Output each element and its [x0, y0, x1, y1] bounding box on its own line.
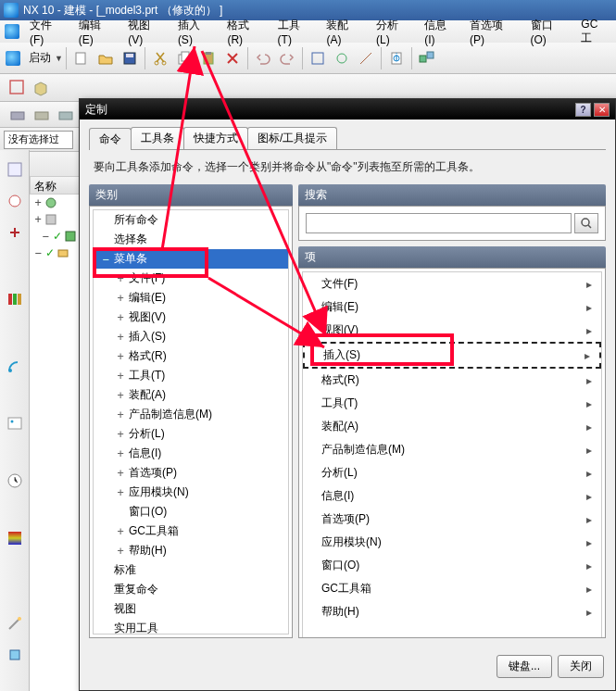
category-item[interactable]: +首选项(P) [94, 463, 288, 483]
menu-view[interactable]: 视图(V) [122, 16, 170, 48]
menu-format[interactable]: 格式(R) [221, 16, 270, 48]
category-item[interactable]: 选择条 [94, 230, 288, 249]
category-item[interactable]: 重复命令 [94, 580, 288, 599]
category-item[interactable]: −菜单条 [94, 249, 288, 269]
list-item[interactable]: 视图(V)▸ [303, 319, 601, 342]
category-item[interactable]: 实用工具 [94, 619, 288, 634]
tree-row[interactable]: + [30, 211, 85, 228]
category-item[interactable]: 标准 [94, 560, 288, 580]
list-item[interactable]: 插入(S)▸ [303, 342, 601, 369]
app-menu-icon[interactable] [5, 24, 19, 39]
tree-row[interactable]: −✓ [30, 245, 85, 261]
tree-row[interactable]: + [30, 195, 85, 211]
category-item[interactable]: +应用模块(N) [94, 483, 288, 502]
category-item[interactable]: 窗口(O) [94, 502, 288, 521]
category-list[interactable]: 所有命令选择条−菜单条+文件(F)+编辑(E)+视图(V)+插入(S)+格式(R… [93, 209, 289, 634]
box-icon[interactable] [31, 78, 52, 98]
part-navigator: 名称 + + −✓ −✓ [30, 176, 85, 691]
svg-rect-18 [35, 112, 48, 119]
nav-icon[interactable] [3, 157, 27, 182]
list-item[interactable]: 信息(I)▸ [303, 484, 601, 508]
category-item[interactable]: 所有命令 [94, 210, 288, 230]
list-item[interactable]: 格式(R)▸ [303, 369, 601, 392]
item-list[interactable]: 文件(F)▸编辑(E)▸视图(V)▸插入(S)▸格式(R)▸工具(T)▸装配(A… [302, 271, 602, 638]
category-item[interactable]: 视图 [94, 599, 288, 619]
undo-icon[interactable] [253, 48, 273, 69]
menu-file[interactable]: 文件(F) [24, 16, 71, 48]
menu-tools[interactable]: 工具(T) [272, 16, 320, 48]
menu-prefs[interactable]: 首选项(P) [464, 16, 522, 48]
list-item[interactable]: 窗口(O)▸ [303, 554, 601, 577]
clock-icon[interactable] [3, 469, 27, 493]
v2-icon[interactable] [31, 105, 52, 125]
paste-icon[interactable] [198, 48, 219, 69]
selection-filter[interactable]: 没有选择过滤 [4, 131, 73, 149]
list-item[interactable]: 装配(A)▸ [303, 415, 601, 438]
start-button[interactable]: 启动 [25, 50, 55, 66]
list-item[interactable]: 产品制造信息(M)▸ [303, 438, 601, 461]
list-item[interactable]: 工具(T)▸ [303, 392, 601, 415]
category-item[interactable]: +帮助(H) [94, 541, 288, 560]
books-icon[interactable] [3, 287, 27, 311]
v3-icon[interactable] [56, 105, 76, 125]
list-item[interactable]: 文件(F)▸ [303, 272, 601, 295]
image-icon[interactable] [3, 411, 27, 435]
redo-icon[interactable] [277, 48, 297, 69]
info-icon[interactable]: i [386, 48, 407, 69]
cut-icon[interactable] [150, 48, 170, 69]
search-input[interactable] [306, 213, 572, 233]
tool-c-icon[interactable] [356, 48, 376, 69]
list-item[interactable]: 首选项(P)▸ [303, 508, 601, 531]
tab-toolbars[interactable]: 工具条 [131, 127, 184, 149]
tool-a-icon[interactable] [308, 48, 328, 69]
menu-assembly[interactable]: 装配(A) [321, 16, 369, 48]
category-item[interactable]: +格式(R) [94, 346, 288, 366]
history-icon[interactable] [3, 189, 27, 213]
category-item[interactable]: +GC工具箱 [94, 521, 288, 541]
cast-icon[interactable] [3, 354, 27, 378]
delete-icon[interactable] [222, 48, 243, 69]
menu-info[interactable]: 信息(I) [419, 16, 462, 48]
category-item[interactable]: +插入(S) [94, 327, 288, 346]
tab-shortcuts[interactable]: 快捷方式 [183, 127, 248, 149]
assembly-icon[interactable] [417, 48, 437, 69]
save-icon[interactable] [119, 48, 140, 69]
menu-insert[interactable]: 插入(S) [172, 16, 220, 48]
sketch-icon[interactable] [7, 78, 28, 98]
category-item[interactable]: +工具(T) [94, 366, 288, 385]
gradient-icon[interactable] [3, 526, 27, 550]
block-icon[interactable] [3, 643, 27, 667]
search-button[interactable] [574, 213, 598, 233]
keyboard-button[interactable]: 键盘... [497, 655, 552, 678]
wand-icon[interactable] [3, 611, 27, 635]
category-item[interactable]: +分析(L) [94, 424, 288, 444]
tree-row[interactable]: −✓ [30, 228, 85, 245]
category-item[interactable]: +视图(V) [94, 308, 288, 327]
list-item[interactable]: GC工具箱▸ [303, 577, 601, 600]
close-button[interactable]: 关闭 [558, 655, 604, 678]
category-item[interactable]: +装配(A) [94, 385, 288, 405]
tool-b-icon[interactable] [332, 48, 352, 69]
constraint-icon[interactable] [3, 220, 27, 245]
menu-edit[interactable]: 编辑(E) [73, 16, 121, 48]
category-item[interactable]: +编辑(E) [94, 288, 288, 308]
list-item[interactable]: 应用模块(N)▸ [303, 531, 601, 554]
list-item[interactable]: 分析(L)▸ [303, 461, 601, 484]
list-item[interactable]: 帮助(H)▸ [303, 600, 601, 623]
new-icon[interactable] [71, 48, 92, 69]
menu-analysis[interactable]: 分析(L) [371, 16, 417, 48]
category-item[interactable]: +产品制造信息(M) [94, 405, 288, 424]
open-icon[interactable] [95, 48, 116, 69]
v1-icon[interactable] [7, 105, 28, 125]
menu-window[interactable]: 窗口(O) [525, 16, 574, 48]
category-item[interactable]: +信息(I) [94, 444, 288, 463]
help-icon[interactable]: ? [575, 103, 591, 117]
tab-icons[interactable]: 图标/工具提示 [247, 127, 337, 149]
close-icon[interactable]: ✕ [594, 103, 610, 117]
copy-icon[interactable] [174, 48, 195, 69]
col-name[interactable]: 名称 [30, 176, 85, 195]
menu-gc[interactable]: GC工 [575, 16, 614, 48]
tab-commands[interactable]: 命令 [89, 128, 132, 150]
category-item[interactable]: +文件(F) [94, 269, 288, 288]
list-item[interactable]: 编辑(E)▸ [303, 295, 601, 319]
